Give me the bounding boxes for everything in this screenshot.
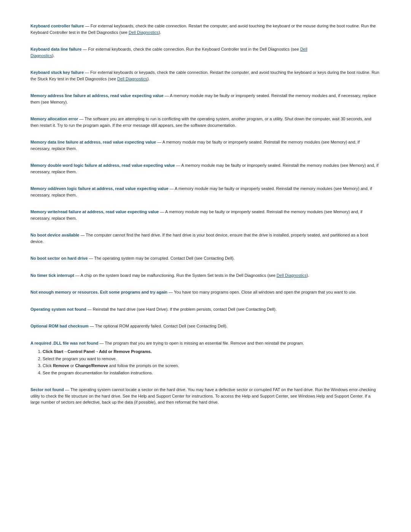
title-memory-data-line-failure: Memory data line failure at address, rea… bbox=[30, 140, 156, 144]
title-optional-rom-bad-checksum: Optional ROM bad checksum bbox=[30, 324, 89, 328]
entry-keyboard-stuck-key-failure: Keyboard stuck key failure — For externa… bbox=[30, 69, 381, 82]
title-sector-not-found: Sector not found bbox=[30, 387, 64, 392]
title-no-boot-device-available: No boot device available bbox=[30, 233, 79, 237]
entry-required-dll-not-found: A required .DLL file was not found — The… bbox=[30, 340, 381, 376]
entry-no-timer-tick-interrupt: No timer tick interrupt — A chip on the … bbox=[30, 272, 381, 279]
title-memory-write-read-failure: Memory write/read failure at address, re… bbox=[30, 209, 159, 214]
title-memory-allocation-error: Memory allocation error bbox=[30, 117, 78, 121]
entry-keyboard-data-line-failure: Keyboard data line failure — For externa… bbox=[30, 46, 381, 59]
link-dell-diagnostics-3[interactable]: Dell Diagnostics bbox=[117, 77, 147, 81]
title-memory-double-word-logic-failure: Memory double word logic failure at addr… bbox=[30, 163, 175, 168]
title-operating-system-not-found: Operating system not found bbox=[30, 307, 86, 312]
title-memory-odd-even-logic-failure: Memory odd/even logic failure at address… bbox=[30, 186, 169, 191]
link-dell-diagnostics-1[interactable]: Dell Diagnostics bbox=[129, 30, 159, 35]
entry-memory-allocation-error: Memory allocation error — The software y… bbox=[30, 116, 381, 128]
list-item-4: See the program documentation for instal… bbox=[43, 370, 381, 376]
title-keyboard-data-line-failure: Keyboard data line failure bbox=[30, 47, 81, 51]
link-dell-diagnostics-4[interactable]: Dell Diagnostics bbox=[277, 273, 307, 278]
title-required-dll-not-found: A required .DLL file was not found bbox=[30, 341, 98, 345]
entry-optional-rom-bad-checksum: Optional ROM bad checksum — The optional… bbox=[30, 323, 381, 329]
entry-not-enough-memory: Not enough memory or resources. Exit som… bbox=[30, 289, 381, 296]
list-item-1: Click Start→Control Panel→Add or Remove … bbox=[43, 348, 381, 355]
list-item-2: Select the program you want to remove. bbox=[43, 356, 381, 362]
entry-keyboard-controller-failure: Keyboard controller failure — For extern… bbox=[30, 23, 381, 35]
entry-memory-odd-even-logic-failure: Memory odd/even logic failure at address… bbox=[30, 185, 381, 198]
entry-memory-data-line-failure: Memory data line failure at address, rea… bbox=[30, 139, 381, 152]
entry-memory-double-word-logic-failure: Memory double word logic failure at addr… bbox=[30, 162, 381, 175]
entry-operating-system-not-found: Operating system not found — Reinstall t… bbox=[30, 306, 381, 313]
list-item-1-bold: Click Start→Control Panel→Add or Remove … bbox=[43, 349, 152, 354]
entry-no-boot-sector-on-hard-drive: No boot sector on hard drive — The opera… bbox=[30, 255, 381, 262]
entry-memory-write-read-failure: Memory write/read failure at address, re… bbox=[30, 209, 381, 221]
entry-memory-address-line-failure: Memory address line failure at address, … bbox=[30, 93, 381, 105]
title-not-enough-memory: Not enough memory or resources. Exit som… bbox=[30, 290, 167, 294]
list-item-3: Click Remove or Change/Remove and follow… bbox=[43, 363, 381, 369]
title-keyboard-controller-failure: Keyboard controller failure bbox=[30, 24, 84, 28]
entry-sector-not-found: Sector not found — The operating system … bbox=[30, 387, 381, 406]
title-no-timer-tick-interrupt: No timer tick interrupt bbox=[30, 273, 74, 278]
entry-no-boot-device-available: No boot device available — The computer … bbox=[30, 232, 381, 244]
dll-steps-list: Click Start→Control Panel→Add or Remove … bbox=[43, 348, 381, 376]
title-memory-address-line-failure: Memory address line failure at address, … bbox=[30, 93, 164, 98]
list-item-3-bold-remove: Remove bbox=[53, 363, 69, 368]
title-keyboard-stuck-key-failure: Keyboard stuck key failure bbox=[30, 70, 84, 75]
main-content: Keyboard controller failure — For extern… bbox=[30, 23, 381, 406]
title-no-boot-sector-on-hard-drive: No boot sector on hard drive bbox=[30, 256, 88, 260]
list-item-3-bold-change-remove: Change/Remove bbox=[75, 363, 108, 368]
